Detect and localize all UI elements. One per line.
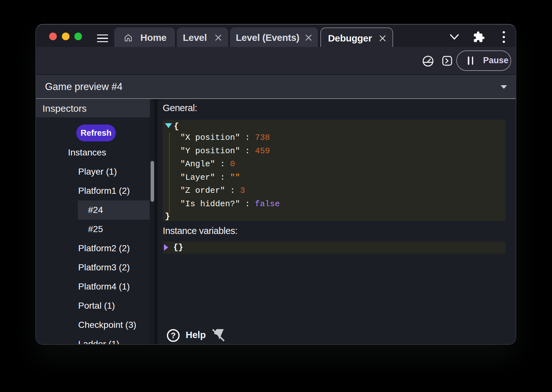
instance-variables-json-view: {} — [163, 242, 505, 253]
close-tab-icon[interactable] — [379, 35, 386, 42]
json-open-brace[interactable]: { — [174, 122, 179, 131]
tree-item-portal[interactable]: Portal (1) — [78, 296, 115, 315]
refresh-button[interactable]: Refresh — [76, 124, 116, 141]
tree-item-instances[interactable]: Instances — [68, 143, 106, 162]
menu-icon[interactable] — [97, 34, 108, 43]
json-value-string: "" — [230, 173, 240, 182]
close-window-button[interactable] — [49, 33, 57, 40]
inspectors-header: Inspectors — [36, 99, 154, 118]
pause-button[interactable]: Pause — [456, 50, 511, 71]
sidebar-scrollbar-thumb[interactable] — [151, 161, 154, 202]
sidebar-scrollbar-track[interactable] — [150, 99, 154, 344]
json-entry: "Z order" : 3 — [180, 186, 245, 195]
zoom-window-button[interactable] — [74, 33, 82, 40]
tab-home[interactable]: Home — [114, 27, 175, 48]
json-value-bool: false — [255, 199, 280, 209]
json-entry: "Angle" : 0 — [180, 159, 235, 169]
inspectors-sidebar: Inspectors Refresh Instances Player (1) … — [36, 99, 154, 344]
tab-label: Debugger — [328, 33, 372, 44]
general-section-label: General: — [163, 103, 197, 113]
slow-motion-speed-icon[interactable] — [422, 56, 434, 67]
minimize-window-button[interactable] — [62, 33, 70, 40]
collapse-expanded-icon[interactable] — [165, 123, 172, 128]
json-value-int: 459 — [255, 146, 270, 156]
json-value-int: 738 — [255, 133, 270, 142]
tree-item-instance-24[interactable]: #24 — [88, 200, 103, 220]
game-preview-header[interactable]: Game preview #4 — [36, 74, 516, 99]
tab-label: Home — [140, 32, 167, 43]
tab-label: Level (Events) — [236, 32, 299, 43]
tree-item-checkpoint[interactable]: Checkpoint (3) — [78, 315, 136, 335]
json-entry: "Y position" : 459 — [180, 146, 270, 156]
screen: Home Level Level (Events) Debugger — [0, 0, 552, 392]
pointer-disabled-icon[interactable] — [211, 328, 226, 342]
inspectors-title: Inspectors — [42, 103, 86, 114]
general-json-view: { "X position" : 738 "Y position" : 459 … — [163, 120, 505, 221]
json-close-brace: } — [165, 212, 170, 221]
help-button-label[interactable]: Help — [186, 330, 206, 340]
json-collapsed-braces[interactable]: {} — [173, 243, 183, 252]
caret-down-icon[interactable] — [501, 85, 507, 89]
expand-collapsed-icon[interactable] — [164, 244, 168, 251]
instance-variables-section-label: Instance variables: — [163, 226, 237, 236]
json-entry: "Is hidden?" : false — [180, 199, 280, 209]
game-preview-title: Game preview #4 — [45, 75, 123, 99]
console-icon[interactable] — [442, 56, 452, 66]
help-icon[interactable]: ? — [167, 329, 180, 342]
json-value-int: 0 — [230, 159, 235, 169]
chevron-down-icon[interactable] — [449, 34, 459, 41]
kebab-menu-icon[interactable] — [501, 30, 506, 45]
extensions-puzzle-icon[interactable] — [473, 31, 485, 43]
pause-icon — [468, 57, 473, 65]
tab-debugger[interactable]: Debugger — [320, 27, 393, 48]
tree-item-platform2[interactable]: Platform2 (2) — [78, 239, 130, 258]
tab-label: Level — [183, 32, 207, 43]
pause-button-label: Pause — [483, 56, 509, 65]
close-tab-icon[interactable] — [215, 34, 222, 41]
tree-item-ladder[interactable]: Ladder (1) — [78, 335, 119, 344]
tree-item-player[interactable]: Player (1) — [78, 162, 117, 181]
debugger-toolbar: Pause — [36, 47, 516, 74]
home-icon — [124, 33, 133, 43]
json-entry: "Layer" : "" — [180, 173, 240, 182]
tree-item-platform3[interactable]: Platform3 (2) — [78, 258, 130, 277]
json-indent-guide — [169, 132, 170, 213]
json-entry: "X position" : 738 — [180, 133, 270, 142]
tree-item-instance-25[interactable]: #25 — [88, 220, 103, 239]
json-value-int: 3 — [240, 186, 245, 195]
tab-level[interactable]: Level — [177, 27, 228, 48]
debugger-footer: ? Help — [158, 328, 516, 344]
tree-item-platform4[interactable]: Platform4 (1) — [78, 277, 130, 296]
json-entries: "X position" : 738 "Y position" : 459 "A… — [180, 131, 280, 211]
inspector-detail-panel: General: { "X position" : 738 "Y positio… — [158, 99, 516, 344]
app-window: Home Level Level (Events) Debugger — [35, 24, 516, 345]
tree-item-platform1[interactable]: Platform1 (2) — [78, 181, 130, 200]
debugger-content: Inspectors Refresh Instances Player (1) … — [36, 99, 516, 344]
tab-level-events[interactable]: Level (Events) — [230, 27, 318, 48]
close-tab-icon[interactable] — [305, 34, 312, 41]
